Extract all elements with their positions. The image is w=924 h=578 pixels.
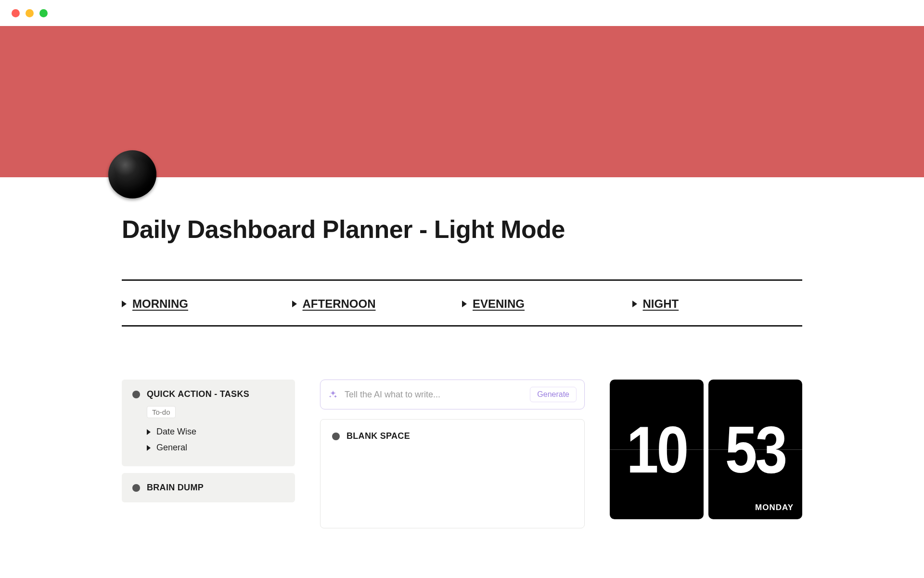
bullet-icon [132,484,140,492]
section-evening[interactable]: EVENING [462,297,632,311]
blank-space-card[interactable]: BLANK SPACE [320,419,585,528]
card-title: BRAIN DUMP [147,483,204,493]
list-item-label: General [156,443,187,453]
black-circle-icon [108,150,156,198]
bullet-icon [132,391,140,398]
section-morning[interactable]: MORNING [122,297,292,311]
brain-dump-card[interactable]: BRAIN DUMP [122,473,295,502]
card-header: BLANK SPACE [332,431,573,441]
left-sidebar: QUICK ACTION - TASKS To-do Date Wise Gen… [122,380,295,502]
toggle-right-icon [147,429,151,435]
list-item-general[interactable]: General [147,440,284,456]
list-item-label: Date Wise [156,427,196,437]
clock-day: MONDAY [755,503,794,512]
section-label: EVENING [473,297,525,311]
flip-clock: 10 53 MONDAY [610,380,802,519]
card-title: BLANK SPACE [346,431,410,441]
sparkle-icon [328,390,338,399]
clock-widget: 10 53 MONDAY [610,380,802,519]
toggle-right-icon [122,301,127,307]
toggle-right-icon [632,301,637,307]
clock-minutes-panel: 53 MONDAY [708,380,802,519]
ai-prompt-bar[interactable]: Tell the AI what to write... Generate [320,380,585,409]
clock-minutes: 53 [725,411,785,488]
list-item-date-wise[interactable]: Date Wise [147,424,284,440]
quick-action-card[interactable]: QUICK ACTION - TASKS To-do Date Wise Gen… [122,380,295,466]
page-content: Daily Dashboard Planner - Light Mode MOR… [60,177,864,528]
page-title[interactable]: Daily Dashboard Planner - Light Mode [75,177,849,244]
middle-column: Tell the AI what to write... Generate BL… [320,380,585,528]
close-icon[interactable] [12,9,20,17]
ai-placeholder-text[interactable]: Tell the AI what to write... [345,390,523,400]
time-sections-row: MORNING AFTERNOON EVENING NIGHT [75,281,849,311]
toggle-right-icon [292,301,297,307]
bullet-icon [332,433,340,440]
maximize-icon[interactable] [39,9,48,17]
section-label: MORNING [132,297,188,311]
card-title: QUICK ACTION - TASKS [147,389,249,399]
main-columns: QUICK ACTION - TASKS To-do Date Wise Gen… [75,327,849,528]
toggle-right-icon [147,445,151,451]
toggle-right-icon [462,301,467,307]
window-titlebar [0,0,924,26]
card-header: QUICK ACTION - TASKS [132,389,284,399]
card-header: BRAIN DUMP [132,483,284,493]
section-label: NIGHT [643,297,679,311]
page-icon[interactable] [108,150,156,198]
card-body: To-do Date Wise General [132,399,284,456]
section-night[interactable]: NIGHT [632,297,803,311]
section-afternoon[interactable]: AFTERNOON [292,297,462,311]
section-label: AFTERNOON [303,297,376,311]
minimize-icon[interactable] [26,9,34,17]
clock-hours: 10 [627,411,687,488]
clock-hours-panel: 10 [610,380,704,519]
generate-button[interactable]: Generate [530,387,577,402]
todo-filter-chip[interactable]: To-do [147,406,176,418]
